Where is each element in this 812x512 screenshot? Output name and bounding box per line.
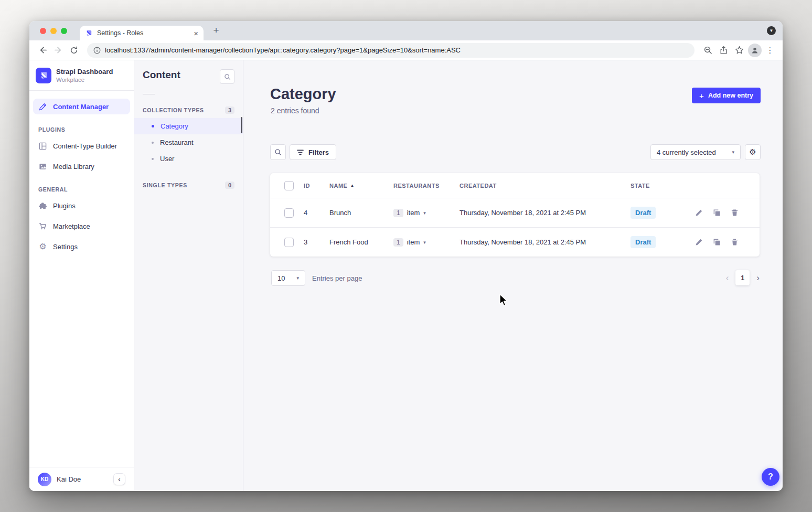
column-header-name-label: NAME bbox=[329, 183, 347, 189]
bookmark-star-icon[interactable] bbox=[732, 44, 746, 57]
help-button[interactable]: ? bbox=[762, 468, 779, 486]
bullet-icon bbox=[152, 142, 154, 144]
subnav-item-category[interactable]: Category bbox=[134, 118, 243, 134]
minimize-window-button[interactable] bbox=[50, 28, 57, 34]
subnav-item-restaurant[interactable]: Restaurant bbox=[134, 134, 243, 151]
site-info-icon[interactable] bbox=[93, 47, 101, 54]
browser-toolbar: localhost:1337/admin/content-manager/col… bbox=[29, 40, 783, 60]
tab-search-icon[interactable]: ▼ bbox=[767, 26, 776, 35]
cell-restaurants[interactable]: 1 item ▾ bbox=[393, 209, 460, 217]
bullet-icon bbox=[152, 158, 154, 160]
edit-button[interactable] bbox=[695, 238, 703, 246]
cell-createdat: Thursday, November 18, 2021 at 2:45 PM bbox=[460, 238, 631, 246]
table-row[interactable]: 3 French Food 1 item ▾ Thursday, Novembe… bbox=[270, 227, 760, 257]
view-settings-button[interactable]: ⚙ bbox=[745, 144, 761, 160]
share-icon[interactable] bbox=[717, 44, 730, 57]
sidebar-item-media-library[interactable]: Media Library bbox=[33, 158, 130, 174]
add-new-entry-label: Add new entry bbox=[708, 92, 753, 99]
browser-menu-icon[interactable]: ⋮ bbox=[764, 46, 776, 55]
single-types-label: SINGLE TYPES bbox=[143, 182, 187, 188]
collapse-sidebar-button[interactable]: ‹ bbox=[113, 473, 125, 485]
subnav-search-button[interactable] bbox=[220, 69, 234, 84]
sidebar-item-label: Plugins bbox=[53, 202, 76, 210]
workspace-name: Workplace bbox=[56, 77, 113, 83]
zoom-out-icon[interactable] bbox=[701, 44, 714, 57]
strapi-app: Strapi Dashboard Workplace Content Manag… bbox=[29, 60, 783, 491]
sidebar-item-content-manager[interactable]: Content Manager bbox=[33, 99, 130, 114]
column-header-createdat[interactable]: CREATEDAT bbox=[460, 183, 631, 189]
add-new-entry-button[interactable]: + Add new entry bbox=[692, 88, 761, 103]
cell-name: Brunch bbox=[329, 209, 393, 217]
entries-count: 2 entries found bbox=[271, 106, 319, 115]
browser-window: Settings - Roles × + ▼ localhost:1337/ad… bbox=[29, 21, 783, 491]
duplicate-button[interactable] bbox=[713, 238, 721, 246]
url-text[interactable]: localhost:1337/admin/content-manager/col… bbox=[105, 46, 461, 54]
cell-restaurants[interactable]: 1 item ▾ bbox=[393, 238, 460, 247]
state-badge: Draft bbox=[631, 207, 656, 219]
table-row[interactable]: 4 Brunch 1 item ▾ Thursday, November 18,… bbox=[270, 198, 760, 227]
row-checkbox[interactable] bbox=[284, 208, 294, 218]
previous-page-button[interactable]: ‹ bbox=[726, 273, 729, 282]
state-badge: Draft bbox=[631, 236, 656, 248]
filters-button[interactable]: Filters bbox=[290, 144, 336, 160]
new-tab-button[interactable]: + bbox=[210, 24, 222, 37]
subnav-item-label: Category bbox=[161, 122, 188, 130]
forward-button[interactable] bbox=[51, 44, 65, 57]
user-name[interactable]: Kai Doe bbox=[57, 475, 108, 483]
page-size-value: 10 bbox=[277, 274, 285, 282]
browser-tab[interactable]: Settings - Roles × bbox=[80, 26, 204, 40]
search-icon bbox=[224, 73, 231, 80]
delete-button[interactable] bbox=[731, 238, 739, 246]
column-header-id[interactable]: ID bbox=[304, 183, 329, 189]
relation-unit: item bbox=[407, 209, 420, 217]
sidebar-item-marketplace[interactable]: Marketplace bbox=[33, 218, 130, 234]
chevron-down-icon: ▾ bbox=[296, 275, 299, 281]
cart-icon bbox=[38, 222, 47, 230]
edit-button[interactable] bbox=[695, 209, 703, 217]
subnav-item-label: Restaurant bbox=[160, 138, 194, 146]
sidebar-item-plugins[interactable]: Plugins bbox=[33, 198, 130, 214]
entries-search-button[interactable] bbox=[270, 144, 286, 160]
cell-id: 4 bbox=[304, 209, 329, 217]
entries-table: ID NAME ▴ RESTAURANTS CREATEDAT STATE 4 … bbox=[270, 173, 760, 257]
strapi-favicon bbox=[85, 29, 93, 37]
main-sidebar: Strapi Dashboard Workplace Content Manag… bbox=[29, 60, 134, 491]
reload-button[interactable] bbox=[67, 44, 81, 57]
sidebar-item-content-type-builder[interactable]: Content-Type Builder bbox=[33, 138, 130, 154]
next-page-button[interactable]: › bbox=[756, 273, 760, 282]
select-all-checkbox[interactable] bbox=[284, 181, 294, 190]
plus-icon: + bbox=[699, 92, 704, 100]
close-window-button[interactable] bbox=[40, 28, 46, 34]
cell-name: French Food bbox=[329, 238, 393, 246]
zoom-window-button[interactable] bbox=[61, 28, 67, 34]
row-checkbox[interactable] bbox=[284, 238, 294, 247]
fields-select-dropdown[interactable]: 4 currently selected ▾ bbox=[650, 144, 741, 160]
sidebar-item-label: Settings bbox=[53, 243, 78, 251]
column-header-state[interactable]: STATE bbox=[631, 183, 695, 189]
subnav-divider bbox=[143, 94, 155, 94]
column-header-name[interactable]: NAME ▴ bbox=[329, 183, 393, 189]
filters-label: Filters bbox=[308, 148, 329, 156]
tab-close-icon[interactable]: × bbox=[194, 29, 198, 38]
column-header-restaurants[interactable]: RESTAURANTS bbox=[393, 183, 460, 189]
relation-count-badge: 1 bbox=[393, 209, 403, 217]
workspace-brand[interactable]: Strapi Dashboard Workplace bbox=[29, 60, 134, 91]
sidebar-item-settings[interactable]: ⚙ Settings bbox=[33, 239, 130, 254]
delete-button[interactable] bbox=[731, 209, 739, 217]
subnav-scrollbar-thumb[interactable] bbox=[241, 117, 242, 133]
page-size-select[interactable]: 10 ▾ bbox=[271, 270, 305, 286]
back-button[interactable] bbox=[36, 44, 49, 57]
current-page-button[interactable]: 1 bbox=[735, 270, 750, 285]
media-library-icon bbox=[38, 163, 47, 170]
tab-title: Settings - Roles bbox=[97, 29, 189, 37]
user-avatar[interactable]: KD bbox=[38, 473, 51, 486]
sidebar-item-label: Marketplace bbox=[53, 222, 90, 230]
table-header-row: ID NAME ▴ RESTAURANTS CREATEDAT STATE bbox=[270, 173, 760, 198]
sidebar-section-general: GENERAL bbox=[38, 186, 125, 193]
general-group: Plugins Marketplace ⚙ Settings bbox=[29, 198, 134, 254]
subnav-item-user[interactable]: User bbox=[134, 151, 243, 167]
browser-profile-icon[interactable] bbox=[748, 44, 762, 57]
url-bar[interactable]: localhost:1337/admin/content-manager/col… bbox=[87, 43, 695, 58]
gear-icon: ⚙ bbox=[749, 147, 756, 157]
duplicate-button[interactable] bbox=[713, 209, 721, 217]
